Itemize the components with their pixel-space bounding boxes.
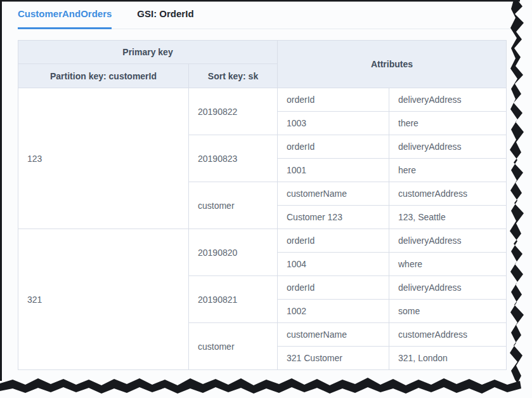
attribute-name: orderId xyxy=(278,276,389,300)
sort-key-value: customer xyxy=(189,323,278,370)
table-row: 123 20190822 orderId deliveryAddress xyxy=(18,88,507,112)
attribute-name: orderId xyxy=(278,229,389,253)
table-tabs: CustomerAndOrders GSI: OrderId xyxy=(18,0,514,29)
left-border-line xyxy=(0,0,2,381)
sort-key-value: customer xyxy=(189,182,278,229)
partition-key-value: 123 xyxy=(18,88,189,229)
attribute-value: 123, Seattle xyxy=(389,206,507,229)
attribute-name: customerAddress xyxy=(389,323,507,347)
attribute-value: 1003 xyxy=(278,112,389,135)
attribute-name: deliveryAddress xyxy=(389,135,507,159)
sort-key-value: 20190820 xyxy=(189,229,278,276)
sort-key-value: 20190822 xyxy=(189,88,278,135)
sort-key-header: Sort key: sk xyxy=(189,64,278,88)
attribute-value: 321 Customer xyxy=(278,347,389,370)
attribute-name: customerName xyxy=(278,182,389,206)
attribute-name: orderId xyxy=(278,88,389,112)
torn-edge-right xyxy=(510,0,524,383)
tab-customer-and-orders[interactable]: CustomerAndOrders xyxy=(18,0,112,29)
attribute-value: 321, London xyxy=(389,347,507,370)
attribute-name: customerAddress xyxy=(389,182,507,206)
tab-gsi-orderid[interactable]: GSI: OrderId xyxy=(137,0,193,29)
attributes-header: Attributes xyxy=(278,41,507,88)
page-background: CustomerAndOrders GSI: OrderId Primary k… xyxy=(0,0,532,398)
attribute-name: orderId xyxy=(278,135,389,159)
attribute-value: 1004 xyxy=(278,253,389,276)
attribute-name: deliveryAddress xyxy=(389,276,507,300)
primary-key-header: Primary key xyxy=(18,41,278,64)
attribute-value: here xyxy=(389,159,507,182)
attribute-value: some xyxy=(389,300,507,323)
partition-key-value: 321 xyxy=(18,229,189,370)
attribute-value: Customer 123 xyxy=(278,206,389,229)
dynamodb-table: Primary key Attributes Partition key: cu… xyxy=(18,40,507,370)
attribute-name: customerName xyxy=(278,323,389,347)
attribute-value: 1001 xyxy=(278,159,389,182)
attribute-name: deliveryAddress xyxy=(389,229,507,253)
table-row: 321 20190820 orderId deliveryAddress xyxy=(18,229,507,253)
sort-key-value: 20190823 xyxy=(189,135,278,182)
attribute-value: there xyxy=(389,112,507,135)
attribute-value: 1002 xyxy=(278,300,389,323)
attribute-value: where xyxy=(389,253,507,276)
partition-key-header: Partition key: customerId xyxy=(18,64,189,88)
torn-edge-bottom xyxy=(0,378,521,394)
attribute-name: deliveryAddress xyxy=(389,88,507,112)
sort-key-value: 20190821 xyxy=(189,276,278,323)
